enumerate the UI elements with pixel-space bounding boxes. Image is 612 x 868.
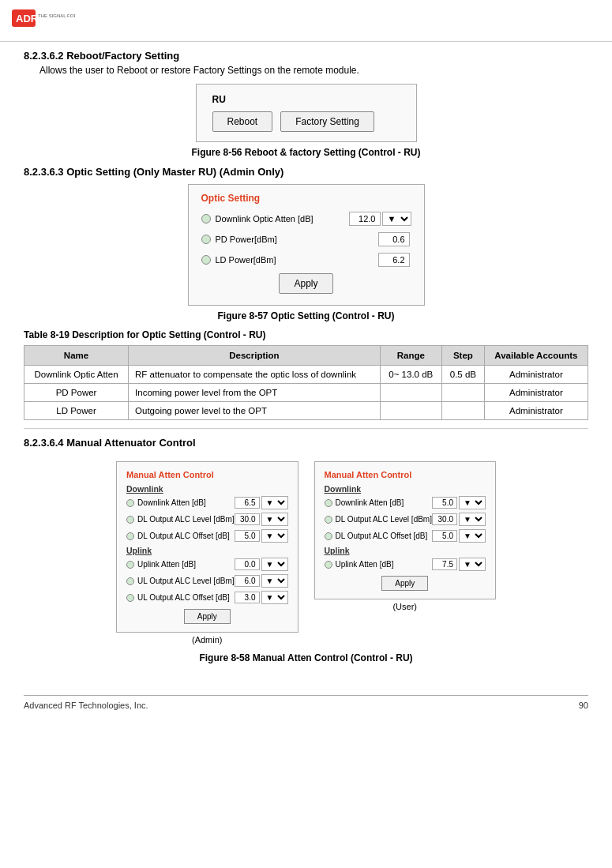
admin-radio-2 <box>126 516 134 524</box>
user-radio-2 <box>325 516 332 524</box>
optic-row-2: PD Power[dBm] 0.6 <box>201 232 411 246</box>
user-ul-label: Uplink <box>325 546 486 555</box>
optic-row-1-dropdown[interactable]: ▼ <box>382 212 411 226</box>
user-radio-3 <box>325 532 332 540</box>
admin-atten-row-2: DL Output ALC Level [dBm] 30.0 ▼ <box>126 513 287 526</box>
td-step-2 <box>441 402 484 420</box>
user-row-2-label: DL Output ALC Level [dBm] <box>336 515 432 524</box>
table-8-19-caption: Table 8-19 Description for Optic Setting… <box>24 329 588 340</box>
optic-row-2-label: PD Power[dBm] <box>216 235 378 244</box>
optic-apply-row: Apply <box>201 273 411 294</box>
user-atten-row-2: DL Output ALC Level [dBm] 30.0 ▼ <box>325 513 486 526</box>
logo: ADRF THE SIGNAL FOR SUCCESS <box>12 6 75 35</box>
user-row-1-value: 5.0 <box>432 497 457 509</box>
optic-row-1-label: Downlink Optic Atten [dB] <box>216 214 349 224</box>
admin-row-6-dd[interactable]: ▼ <box>261 591 288 604</box>
user-row-1-label: Downlink Atten [dB] <box>336 498 432 507</box>
user-radio-4 <box>325 561 332 569</box>
ru-button-row: Reboot Factory Setting <box>212 111 400 132</box>
section-8236-2-title: 8.2.3.6.2 Reboot/Factory Setting <box>24 50 588 62</box>
section-8236-3-title: 8.2.3.6.3 Optic Setting (Only Master RU)… <box>24 166 588 178</box>
th-range: Range <box>380 346 441 366</box>
section-8236-4: 8.2.3.6.4 Manual Attenuator Control Manu… <box>24 437 588 663</box>
optic-row-2-value: 0.6 <box>378 232 410 246</box>
figure-56-container: RU Reboot Factory Setting Figure 8-56 Re… <box>24 84 588 158</box>
footer-page: 90 <box>579 701 588 710</box>
admin-row-1-dd[interactable]: ▼ <box>261 496 288 509</box>
user-apply-row: Apply <box>325 576 486 591</box>
optic-radio-2 <box>201 235 211 244</box>
page-footer: Advanced RF Technologies, Inc. 90 <box>24 695 588 710</box>
user-row-3-dd[interactable]: ▼ <box>459 529 486 543</box>
main-content: 8.2.3.6.2 Reboot/Factory Setting Allows … <box>0 42 612 687</box>
admin-radio-5 <box>126 577 134 585</box>
admin-ul-label: Uplink <box>126 546 287 555</box>
admin-row-5-dd[interactable]: ▼ <box>261 574 288 588</box>
logo-svg: ADRF THE SIGNAL FOR SUCCESS <box>12 6 75 35</box>
user-atten-title: Manual Atten Control <box>325 470 486 479</box>
section-8236-2: 8.2.3.6.2 Reboot/Factory Setting Allows … <box>24 50 588 158</box>
td-step-0: 0.5 dB <box>441 366 484 384</box>
user-row-1-dd[interactable]: ▼ <box>459 496 486 509</box>
user-atten-row-1: Downlink Atten [dB] 5.0 ▼ <box>325 496 486 509</box>
admin-row-4-value: 0.0 <box>235 558 260 570</box>
admin-row-1-value: 6.5 <box>235 497 260 509</box>
table-row: Downlink Optic Atten RF attenuator to co… <box>24 366 588 384</box>
user-atten-box: Manual Atten Control Downlink Downlink A… <box>314 461 496 599</box>
td-desc-0: RF attenuator to compensate the optic lo… <box>129 366 381 384</box>
user-sub-caption: (User) <box>314 602 496 611</box>
optic-setting-title: Optic Setting <box>201 193 411 204</box>
user-atten-row-4: Uplink Atten [dB] 7.5 ▼ <box>325 558 486 571</box>
th-step: Step <box>441 346 484 366</box>
divider-1 <box>24 428 588 429</box>
table-8-19-section: Table 8-19 Description for Optic Setting… <box>24 329 588 420</box>
admin-apply-button[interactable]: Apply <box>184 609 231 624</box>
figure-58-caption: Figure 8-58 Manual Atten Control (Contro… <box>199 652 412 663</box>
section-8236-2-desc: Allows the user to Reboot or restore Fac… <box>39 65 588 76</box>
admin-atten-box: Manual Atten Control Downlink Downlink A… <box>116 461 298 633</box>
admin-row-4-dd[interactable]: ▼ <box>261 558 288 571</box>
admin-sub-caption: (Admin) <box>116 635 298 644</box>
manual-atten-figures: Manual Atten Control Downlink Downlink A… <box>116 461 496 644</box>
admin-row-3-dd[interactable]: ▼ <box>261 529 288 543</box>
th-name: Name <box>24 346 129 366</box>
user-row-2-value: 30.0 <box>432 513 457 525</box>
admin-atten-title: Manual Atten Control <box>126 470 287 479</box>
td-range-2 <box>380 402 441 420</box>
td-desc-2: Outgoing power level to the OPT <box>129 402 381 420</box>
user-row-3-value: 5.0 <box>432 530 457 542</box>
ru-label: RU <box>212 94 400 105</box>
td-accounts-2: Administrator <box>484 402 588 420</box>
reboot-button[interactable]: Reboot <box>212 111 273 132</box>
admin-row-4-label: Uplink Atten [dB] <box>137 560 234 569</box>
td-step-1 <box>441 384 484 402</box>
admin-row-6-label: UL Output ALC Offset [dB] <box>137 593 234 602</box>
td-name-2: LD Power <box>24 402 129 420</box>
admin-row-2-dd[interactable]: ▼ <box>261 513 288 526</box>
admin-apply-row: Apply <box>126 609 287 624</box>
footer-company: Advanced RF Technologies, Inc. <box>24 701 148 710</box>
table-row: LD Power Outgoing power level to the OPT… <box>24 402 588 420</box>
ru-box: RU Reboot Factory Setting <box>196 84 417 142</box>
admin-atten-row-1: Downlink Atten [dB] 6.5 ▼ <box>126 496 287 509</box>
table-header-row: Name Description Range Step Available Ac… <box>24 346 588 366</box>
admin-row-2-label: DL Output ALC Level [dBm] <box>137 515 234 524</box>
td-accounts-1: Administrator <box>484 384 588 402</box>
admin-row-2-value: 30.0 <box>235 513 260 525</box>
figure-56-caption: Figure 8-56 Reboot & factory Setting (Co… <box>191 147 420 158</box>
td-accounts-0: Administrator <box>484 366 588 384</box>
admin-atten-row-3: DL Output ALC Offset [dB] 5.0 ▼ <box>126 529 287 543</box>
table-row: PD Power Incoming power level from the O… <box>24 384 588 402</box>
user-row-4-dd[interactable]: ▼ <box>459 558 486 571</box>
optic-apply-button[interactable]: Apply <box>279 273 332 294</box>
td-name-1: PD Power <box>24 384 129 402</box>
optic-row-3-label: LD Power[dBm] <box>216 255 378 265</box>
user-row-2-dd[interactable]: ▼ <box>459 513 486 526</box>
td-range-1 <box>380 384 441 402</box>
user-apply-button[interactable]: Apply <box>381 576 428 591</box>
optic-radio-3 <box>201 255 211 265</box>
section-8236-3: 8.2.3.6.3 Optic Setting (Only Master RU)… <box>24 166 588 321</box>
factory-setting-button[interactable]: Factory Setting <box>280 111 374 132</box>
user-dl-label: Downlink <box>325 484 486 494</box>
admin-row-5-value: 6.0 <box>235 575 260 587</box>
